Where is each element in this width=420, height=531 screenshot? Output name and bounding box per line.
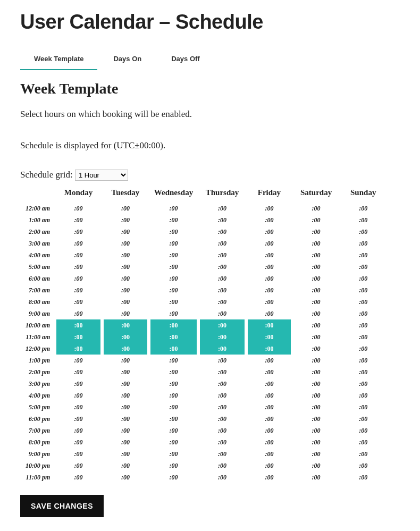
schedule-cell[interactable]: :00 <box>104 436 147 448</box>
schedule-cell[interactable]: :00 <box>56 378 100 390</box>
schedule-cell[interactable]: :00 <box>150 308 197 319</box>
schedule-cell[interactable]: :00 <box>341 343 385 355</box>
schedule-cell[interactable]: :00 <box>248 308 291 319</box>
schedule-cell[interactable]: :00 <box>248 366 291 378</box>
schedule-cell[interactable]: :00 <box>104 214 147 226</box>
schedule-cell[interactable]: :00 <box>248 203 291 214</box>
schedule-cell[interactable]: :00 <box>341 273 385 284</box>
schedule-cell[interactable]: :00 <box>150 296 197 308</box>
schedule-cell[interactable]: :00 <box>248 249 291 261</box>
schedule-cell[interactable]: :00 <box>294 448 339 460</box>
schedule-cell[interactable]: :00 <box>294 401 339 413</box>
schedule-cell[interactable]: :00 <box>104 203 147 214</box>
schedule-cell[interactable]: :00 <box>341 238 385 249</box>
schedule-cell[interactable]: :00 <box>104 226 147 238</box>
schedule-cell[interactable]: :00 <box>56 355 100 366</box>
schedule-cell[interactable]: :00 <box>294 355 339 366</box>
schedule-cell[interactable]: :00 <box>294 390 339 401</box>
schedule-cell[interactable]: :00 <box>341 261 385 273</box>
schedule-cell[interactable]: :00 <box>294 308 339 319</box>
schedule-cell[interactable]: :00 <box>294 366 339 378</box>
schedule-cell[interactable]: :00 <box>104 471 147 483</box>
schedule-cell[interactable]: :00 <box>150 249 197 261</box>
schedule-cell[interactable]: :00 <box>56 425 100 436</box>
schedule-cell[interactable]: :00 <box>104 273 147 284</box>
schedule-cell[interactable]: :00 <box>248 390 291 401</box>
schedule-cell[interactable]: :00 <box>200 308 245 319</box>
schedule-cell[interactable]: :00 <box>248 319 291 331</box>
schedule-cell[interactable]: :00 <box>104 401 147 413</box>
schedule-cell[interactable]: :00 <box>248 425 291 436</box>
schedule-cell[interactable]: :00 <box>56 249 100 261</box>
schedule-cell[interactable]: :00 <box>248 296 291 308</box>
schedule-cell[interactable]: :00 <box>341 378 385 390</box>
schedule-cell[interactable]: :00 <box>56 460 100 471</box>
schedule-cell[interactable]: :00 <box>248 343 291 355</box>
schedule-cell[interactable]: :00 <box>341 296 385 308</box>
schedule-cell[interactable]: :00 <box>294 273 339 284</box>
tab-days-on[interactable]: Days On <box>99 49 155 70</box>
schedule-cell[interactable]: :00 <box>248 355 291 366</box>
schedule-cell[interactable]: :00 <box>341 460 385 471</box>
schedule-cell[interactable]: :00 <box>56 238 100 249</box>
schedule-cell[interactable]: :00 <box>56 261 100 273</box>
schedule-cell[interactable]: :00 <box>294 460 339 471</box>
schedule-cell[interactable]: :00 <box>200 436 245 448</box>
schedule-cell[interactable]: :00 <box>150 425 197 436</box>
schedule-cell[interactable]: :00 <box>200 249 245 261</box>
schedule-cell[interactable]: :00 <box>248 226 291 238</box>
schedule-cell[interactable]: :00 <box>150 448 197 460</box>
schedule-cell[interactable]: :00 <box>294 226 339 238</box>
schedule-cell[interactable]: :00 <box>341 425 385 436</box>
schedule-cell[interactable]: :00 <box>104 249 147 261</box>
save-button[interactable]: SAVE CHANGES <box>20 495 104 517</box>
schedule-cell[interactable]: :00 <box>341 448 385 460</box>
schedule-cell[interactable]: :00 <box>56 284 100 296</box>
schedule-cell[interactable]: :00 <box>150 378 197 390</box>
schedule-cell[interactable]: :00 <box>294 319 339 331</box>
schedule-cell[interactable]: :00 <box>294 296 339 308</box>
schedule-cell[interactable]: :00 <box>104 448 147 460</box>
schedule-cell[interactable]: :00 <box>248 214 291 226</box>
schedule-cell[interactable]: :00 <box>104 343 147 355</box>
schedule-cell[interactable]: :00 <box>104 378 147 390</box>
schedule-cell[interactable]: :00 <box>56 366 100 378</box>
schedule-cell[interactable]: :00 <box>294 284 339 296</box>
schedule-cell[interactable]: :00 <box>150 319 197 331</box>
schedule-cell[interactable]: :00 <box>248 284 291 296</box>
schedule-cell[interactable]: :00 <box>341 366 385 378</box>
schedule-cell[interactable]: :00 <box>104 261 147 273</box>
schedule-cell[interactable]: :00 <box>150 460 197 471</box>
schedule-cell[interactable]: :00 <box>341 355 385 366</box>
tab-week-template[interactable]: Week Template <box>20 49 97 70</box>
schedule-cell[interactable]: :00 <box>56 331 100 343</box>
schedule-cell[interactable]: :00 <box>150 226 197 238</box>
schedule-cell[interactable]: :00 <box>200 319 245 331</box>
schedule-cell[interactable]: :00 <box>150 366 197 378</box>
schedule-cell[interactable]: :00 <box>56 214 100 226</box>
schedule-cell[interactable]: :00 <box>150 331 197 343</box>
schedule-cell[interactable]: :00 <box>341 331 385 343</box>
schedule-cell[interactable]: :00 <box>200 413 245 425</box>
schedule-cell[interactable]: :00 <box>56 390 100 401</box>
schedule-cell[interactable]: :00 <box>248 460 291 471</box>
schedule-cell[interactable]: :00 <box>150 203 197 214</box>
schedule-cell[interactable]: :00 <box>341 436 385 448</box>
schedule-cell[interactable]: :00 <box>150 401 197 413</box>
schedule-cell[interactable]: :00 <box>200 296 245 308</box>
schedule-cell[interactable]: :00 <box>200 343 245 355</box>
schedule-cell[interactable]: :00 <box>56 308 100 319</box>
schedule-cell[interactable]: :00 <box>104 296 147 308</box>
schedule-cell[interactable]: :00 <box>200 226 245 238</box>
schedule-cell[interactable]: :00 <box>200 425 245 436</box>
schedule-cell[interactable]: :00 <box>150 273 197 284</box>
schedule-cell[interactable]: :00 <box>248 273 291 284</box>
schedule-cell[interactable]: :00 <box>200 214 245 226</box>
schedule-cell[interactable]: :00 <box>150 471 197 483</box>
schedule-cell[interactable]: :00 <box>294 249 339 261</box>
schedule-cell[interactable]: :00 <box>200 238 245 249</box>
schedule-cell[interactable]: :00 <box>150 343 197 355</box>
schedule-cell[interactable]: :00 <box>200 273 245 284</box>
tab-days-off[interactable]: Days Off <box>157 49 213 70</box>
schedule-cell[interactable]: :00 <box>150 261 197 273</box>
